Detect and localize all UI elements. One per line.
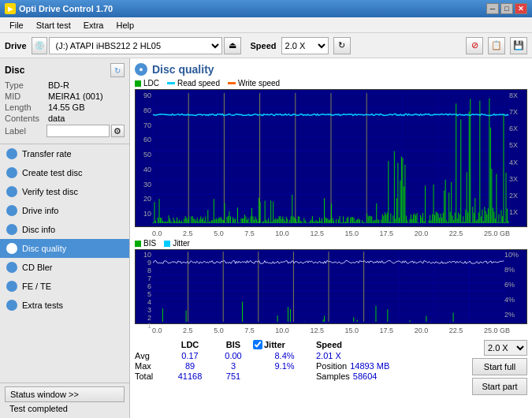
disc-length-value: 14.55 GB [48, 103, 84, 112]
avg-ldc: 0.17 [166, 351, 214, 360]
sidebar-label-verify-test-disc: Verify test disc [22, 187, 78, 196]
chart1-container: 90 80 70 60 50 40 30 20 10 8X 7X 6X 5X 4… [135, 89, 527, 227]
disc-type-value: BD-R [48, 80, 69, 90]
drive-select[interactable]: (J:) ATAPI iHBS212 2 HL05 [49, 37, 222, 54]
avg-label: Avg [135, 351, 166, 360]
position-label: Position [316, 361, 347, 371]
sidebar-item-disc-info[interactable]: Disc info [0, 220, 129, 239]
disc-label-input[interactable] [47, 125, 110, 137]
disc-mid-value: MEIRA1 (001) [48, 91, 103, 101]
avg-speed: 2.01 X [316, 351, 363, 360]
create-test-disc-icon [6, 167, 17, 178]
chart1-y-axis-left: 90 80 70 60 50 40 30 20 10 [136, 90, 153, 226]
sidebar-label-transfer-rate: Transfer rate [22, 149, 72, 159]
max-jitter: 9.1% [253, 361, 316, 371]
chart2-legend: BIS Jitter [135, 239, 527, 248]
bis-legend-label: BIS [143, 239, 156, 248]
jitter-checkbox[interactable] [253, 340, 262, 349]
max-bis: 3 [214, 361, 253, 371]
sidebar-item-transfer-rate[interactable]: Transfer rate [0, 144, 129, 163]
title-bar-left: ▶ Opti Drive Control 1.70 [5, 3, 113, 14]
total-label: Total [135, 371, 166, 381]
content-header: ● Disc quality [135, 63, 527, 76]
sidebar-item-drive-info[interactable]: Drive info [0, 201, 129, 220]
max-label: Max [135, 361, 166, 371]
stats-total-row: Total 41168 751 Samples 58604 [135, 371, 464, 381]
sidebar-item-fe-te[interactable]: FE / TE [0, 277, 129, 296]
menu-bar: File Start test Extra Help [0, 17, 532, 33]
maximize-button[interactable]: □ [500, 3, 513, 14]
speed-label: Speed [251, 41, 277, 50]
copy-button[interactable]: 📋 [488, 37, 505, 54]
bis-header: BIS [214, 340, 253, 349]
sidebar-label-drive-info: Drive info [22, 206, 58, 215]
max-position: 14893 MB [350, 361, 389, 371]
disc-label-button[interactable]: ⚙ [111, 125, 125, 137]
speed-select-right[interactable]: 2.0 X [484, 340, 527, 356]
sidebar-item-verify-test-disc[interactable]: Verify test disc [0, 182, 129, 201]
drive-info-icon [6, 205, 17, 216]
total-ldc: 41168 [166, 371, 214, 381]
total-bis: 751 [214, 371, 253, 381]
sidebar-item-extra-tests[interactable]: Extra tests [0, 296, 129, 315]
start-full-button[interactable]: Start full [472, 358, 527, 375]
sidebar-label-create-test-disc: Create test disc [22, 168, 82, 177]
sidebar-label-fe-te: FE / TE [22, 282, 51, 291]
max-ldc: 89 [166, 361, 214, 371]
sidebar-label-disc-quality: Disc quality [22, 244, 66, 253]
read-speed-legend-color [167, 82, 175, 84]
test-complete-label: Test completed [5, 402, 125, 415]
verify-test-disc-icon [6, 186, 17, 197]
sidebar-item-create-test-disc[interactable]: Create test disc [0, 163, 129, 182]
fe-te-icon [6, 281, 17, 292]
stats-headers: LDC BIS Jitter Speed [135, 340, 464, 349]
bis-legend-color [135, 241, 141, 247]
menu-file[interactable]: File [3, 19, 30, 32]
sidebar-label-extra-tests: Extra tests [22, 300, 63, 310]
ldc-legend-label: LDC [143, 79, 159, 88]
avg-jitter: 8.4% [253, 351, 316, 360]
transfer-rate-icon [6, 148, 17, 159]
total-samples: 58604 [353, 371, 378, 381]
erase-button[interactable]: ⊘ [466, 37, 483, 54]
chart1-x-axis: 0.02.55.07.510.012.515.017.520.022.525.0… [135, 230, 527, 237]
menu-extra[interactable]: Extra [77, 19, 110, 32]
drive-icon: 💿 [32, 37, 47, 54]
app-icon: ▶ [5, 3, 16, 14]
disc-quality-icon [6, 243, 17, 254]
chart1-canvas [136, 90, 526, 226]
title-bar: ▶ Opti Drive Control 1.70 ─ □ ✕ [0, 0, 532, 17]
read-speed-legend-label: Read speed [177, 79, 220, 88]
disc-refresh-button[interactable]: ↻ [110, 63, 125, 77]
sidebar-item-cd-bler[interactable]: CD Bler [0, 258, 129, 277]
stats-max-row: Max 89 3 9.1% Position 14893 MB [135, 361, 464, 371]
menu-help[interactable]: Help [110, 19, 140, 32]
status-window-button[interactable]: Status window >> [5, 386, 125, 402]
refresh-button[interactable]: ↻ [333, 37, 351, 54]
sidebar-label-disc-info: Disc info [22, 225, 55, 234]
stats-avg-row: Avg 0.17 0.00 8.4% 2.01 X [135, 351, 464, 360]
main-layout: Disc ↻ Type BD-R MID MEIRA1 (001) Length… [0, 58, 532, 418]
menu-start-test[interactable]: Start test [30, 19, 77, 32]
jitter-header: Jitter [264, 340, 285, 349]
sidebar-item-disc-quality[interactable]: Disc quality [0, 239, 129, 258]
disc-section: Disc ↻ Type BD-R MID MEIRA1 (001) Length… [0, 58, 129, 144]
disc-contents-key: Contents [5, 114, 48, 123]
start-part-button[interactable]: Start part [472, 378, 527, 395]
close-button[interactable]: ✕ [515, 3, 527, 14]
sidebar-label-cd-bler: CD Bler [22, 263, 53, 272]
chart2-canvas [136, 250, 526, 323]
eject-button[interactable]: ⏏ [224, 37, 241, 54]
stats-area: LDC BIS Jitter Speed Avg 0.17 0.00 8.4% … [135, 337, 527, 398]
speed-header: Speed [316, 340, 363, 349]
write-speed-legend-color [228, 82, 236, 84]
chart2-container: 10 9 8 7 6 5 4 3 2 1 10% 8% 6% 4% [135, 249, 527, 324]
right-panel: 2.0 X Start full Start part [472, 340, 527, 395]
jitter-header-cell: Jitter [253, 340, 316, 349]
chart2-y-axis-left: 10 9 8 7 6 5 4 3 2 1 [136, 250, 153, 323]
jitter-legend-color [164, 241, 170, 247]
sidebar: Disc ↻ Type BD-R MID MEIRA1 (001) Length… [0, 58, 130, 418]
speed-select[interactable]: 2.0 X [281, 37, 329, 54]
save-button[interactable]: 💾 [510, 37, 527, 54]
minimize-button[interactable]: ─ [486, 3, 499, 14]
